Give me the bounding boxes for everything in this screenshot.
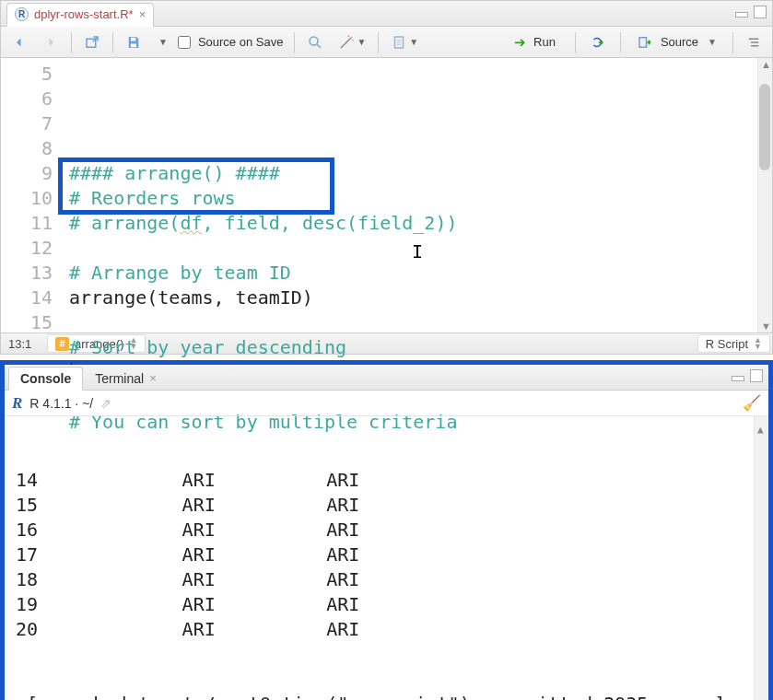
rerun-icon bbox=[588, 34, 608, 51]
code-line[interactable]: # Reorders rows bbox=[69, 186, 772, 211]
source-icon bbox=[637, 34, 653, 51]
save-dropdown[interactable]: ▼ bbox=[152, 30, 172, 54]
console-version: R 4.1.1 · ~/ bbox=[29, 396, 93, 411]
maximize-pane-icon[interactable] bbox=[754, 6, 767, 18]
line-number-gutter: 56789101112131415 bbox=[1, 58, 62, 332]
code-editor[interactable]: 56789101112131415 I #### arrange() #####… bbox=[1, 58, 772, 332]
source-button[interactable]: Source ▼ bbox=[628, 30, 725, 54]
notebook-icon bbox=[391, 34, 407, 51]
editor-tabstrip: R dplyr-rows-start.R* × bbox=[1, 1, 772, 27]
console-row: 15 ARI ARI bbox=[16, 493, 767, 518]
code-line[interactable]: # arrange(df, field, desc(field_2)) bbox=[69, 211, 772, 236]
file-tab[interactable]: R dplyr-rows-start.R* × bbox=[6, 3, 154, 27]
find-button[interactable] bbox=[302, 30, 328, 54]
console-row: 16 ARI ARI bbox=[16, 518, 767, 542]
outline-icon bbox=[745, 34, 762, 51]
tab-label: Terminal bbox=[95, 371, 144, 386]
svg-rect-11 bbox=[639, 37, 647, 47]
tab-label: Console bbox=[20, 371, 71, 386]
source-on-save-toggle[interactable]: Source on Save bbox=[178, 35, 287, 49]
svg-point-4 bbox=[351, 36, 353, 38]
scroll-up-icon[interactable]: ▲ bbox=[761, 59, 771, 70]
cursor-position: 13:1 bbox=[3, 337, 47, 351]
console-tab[interactable]: Console bbox=[8, 367, 83, 391]
scroll-up-icon[interactable]: ▲ bbox=[757, 417, 764, 442]
search-icon bbox=[307, 34, 323, 51]
console-pane: ConsoleTerminal× R R 4.1.1 · ~/ ⇗ 🧹 14 A… bbox=[0, 360, 773, 700]
code-line[interactable]: arrange(teams, teamID) bbox=[69, 286, 772, 310]
code-line[interactable]: # Sort by year descending bbox=[69, 335, 772, 360]
line-number: 8 bbox=[1, 136, 53, 161]
popout-icon bbox=[84, 34, 100, 51]
line-number: 10 bbox=[1, 186, 53, 211]
code-line[interactable] bbox=[69, 310, 772, 335]
svg-rect-2 bbox=[131, 43, 136, 47]
line-number: 5 bbox=[1, 62, 53, 87]
line-number: 11 bbox=[1, 211, 53, 236]
svg-point-3 bbox=[310, 37, 318, 45]
forward-button[interactable] bbox=[38, 30, 64, 54]
save-icon bbox=[125, 34, 142, 51]
console-output[interactable]: 14 ARI ARI15 ARI ARI16 ARI ARI17 ARI ARI… bbox=[5, 416, 768, 700]
console-row: 14 ARI ARI bbox=[16, 468, 767, 493]
run-button[interactable]: ➔ Run bbox=[506, 30, 568, 54]
pane-window-buttons bbox=[735, 6, 767, 18]
source-label: Source bbox=[657, 35, 702, 49]
code-tools-button[interactable]: ▼ bbox=[334, 30, 370, 54]
console-row: 20 ARI ARI bbox=[16, 617, 767, 642]
svg-point-6 bbox=[352, 40, 354, 41]
wand-icon bbox=[338, 34, 355, 51]
section-icon: # bbox=[55, 337, 69, 351]
line-number: 15 bbox=[1, 310, 53, 335]
console-window-buttons bbox=[732, 369, 763, 382]
line-number: 6 bbox=[1, 87, 53, 111]
scroll-down-icon[interactable]: ▼ bbox=[761, 321, 771, 332]
console-row: 19 ARI ARI bbox=[16, 592, 767, 617]
svg-rect-1 bbox=[131, 37, 135, 41]
editor-scroll-thumb[interactable] bbox=[759, 84, 770, 170]
outline-button[interactable] bbox=[741, 30, 767, 54]
source-on-save-label: Source on Save bbox=[194, 35, 287, 49]
svg-point-5 bbox=[348, 35, 350, 37]
share-icon[interactable]: ⇗ bbox=[100, 396, 111, 411]
minimize-pane-icon[interactable] bbox=[735, 12, 748, 18]
run-arrow-icon: ➔ bbox=[514, 34, 526, 51]
code-line[interactable]: # Arrange by team ID bbox=[69, 261, 772, 286]
terminal-tab[interactable]: Terminal× bbox=[83, 367, 169, 391]
source-on-save-checkbox[interactable] bbox=[178, 36, 191, 49]
arrow-left-icon bbox=[11, 34, 28, 51]
file-tab-label: dplyr-rows-start.R* bbox=[34, 7, 134, 21]
compile-report-button[interactable]: ▼ bbox=[386, 30, 423, 54]
save-button[interactable] bbox=[121, 30, 146, 54]
minimize-pane-icon[interactable] bbox=[732, 376, 744, 381]
r-file-icon: R bbox=[15, 7, 29, 21]
close-icon[interactable]: × bbox=[149, 371, 157, 385]
editor-pane: R dplyr-rows-start.R* × ▼ bbox=[0, 0, 773, 355]
run-label: Run bbox=[530, 35, 559, 49]
console-row: 18 ARI ARI bbox=[16, 567, 767, 592]
editor-scrollbar[interactable]: ▲ ▼ bbox=[757, 58, 772, 332]
console-info-bar: R R 4.1.1 · ~/ ⇗ 🧹 bbox=[5, 391, 768, 416]
rerun-button[interactable] bbox=[583, 30, 613, 54]
console-tabstrip: ConsoleTerminal× bbox=[5, 365, 768, 391]
editor-toolbar: ▼ Source on Save ▼ ▼ ➔ Run bbox=[1, 27, 772, 58]
arrow-right-icon bbox=[42, 34, 59, 51]
line-number: 7 bbox=[1, 111, 53, 136]
text-cursor-icon: I bbox=[412, 242, 423, 261]
console-footer-line: [ reached 'max' / getOption("max.print")… bbox=[16, 692, 744, 700]
code-area[interactable]: I #### arrange() ##### Reorders rows# ar… bbox=[62, 58, 772, 332]
line-number: 13 bbox=[1, 261, 53, 286]
show-in-new-window-button[interactable] bbox=[79, 30, 105, 54]
clear-console-icon[interactable]: 🧹 bbox=[743, 394, 761, 412]
console-row: 17 ARI ARI bbox=[16, 542, 767, 567]
maximize-pane-icon[interactable] bbox=[750, 369, 763, 382]
line-number: 14 bbox=[1, 286, 53, 310]
close-icon[interactable]: × bbox=[139, 7, 146, 21]
line-number: 9 bbox=[1, 161, 53, 186]
line-number: 12 bbox=[1, 236, 53, 261]
code-line[interactable]: #### arrange() #### bbox=[69, 161, 772, 186]
back-button[interactable] bbox=[6, 30, 32, 54]
r-logo-icon: R bbox=[12, 394, 22, 413]
console-scrollbar[interactable]: ▲ ▼ bbox=[754, 416, 768, 700]
